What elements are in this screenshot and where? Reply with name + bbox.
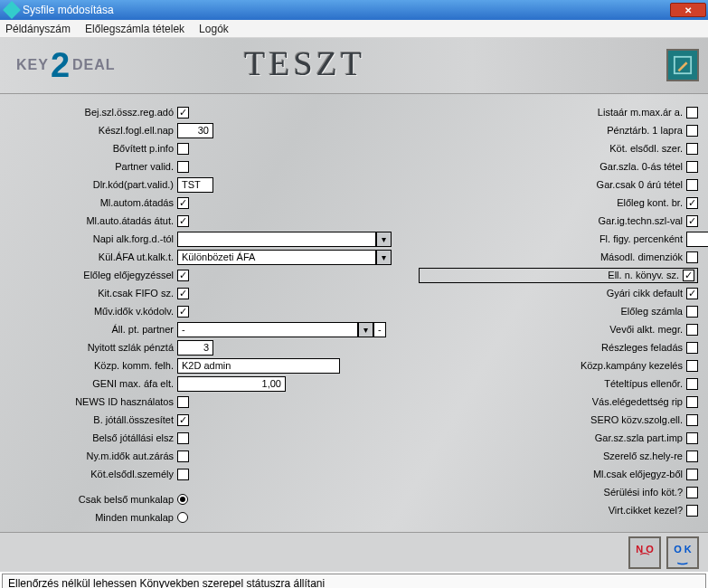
- text-input[interactable]: [686, 232, 708, 247]
- radio[interactable]: [177, 512, 188, 523]
- right-column: Listaár m.max.ár a.Pénztárb. 1 lapraKöt.…: [419, 103, 708, 526]
- form-row: Közp. komm. felh.: [18, 356, 392, 375]
- checkbox[interactable]: [686, 125, 698, 137]
- checkbox[interactable]: [177, 450, 189, 462]
- checkbox[interactable]: [686, 324, 698, 336]
- status-bar: Ellenőrzés nélkül lehessen Könyvekben sz…: [2, 574, 706, 588]
- form-row: Ell. n. könyv. sz.: [419, 266, 708, 284]
- field-control: [177, 396, 189, 408]
- menu-logok[interactable]: Logók: [199, 23, 229, 35]
- checkbox[interactable]: [686, 161, 698, 173]
- checkbox[interactable]: [177, 469, 189, 480]
- checkbox[interactable]: [686, 432, 698, 444]
- checkbox[interactable]: [177, 270, 189, 281]
- form-row: Csak belső munkalap: [18, 490, 392, 508]
- field-control: [686, 107, 698, 119]
- radio[interactable]: [177, 494, 188, 505]
- app-icon: [3, 1, 21, 19]
- checkbox[interactable]: [686, 288, 698, 299]
- field-label: Pénztárb. 1 lapra: [419, 125, 686, 136]
- field-control: ▾: [177, 232, 392, 247]
- checkbox[interactable]: [686, 469, 698, 480]
- field-label: Előleg kont. br.: [419, 197, 686, 208]
- checkbox[interactable]: [177, 288, 189, 299]
- logo-2: 2: [51, 52, 71, 79]
- dropdown-button[interactable]: ▾: [376, 232, 392, 247]
- no-button[interactable]: N O ⌒: [628, 536, 661, 569]
- menu-elolegszamla[interactable]: Előlegszámla tételek: [85, 23, 184, 35]
- checkbox[interactable]: [177, 396, 189, 408]
- checkbox[interactable]: [686, 342, 698, 354]
- form-row: Belső jótállási elsz: [18, 429, 392, 447]
- checkbox[interactable]: [686, 396, 698, 408]
- form-row: Műv.idők v.kódolv.: [18, 302, 392, 320]
- form-row: NEWS ID használatos: [18, 393, 392, 411]
- field-label: GENI max. áfa elt.: [18, 378, 177, 389]
- form-row: Gyári cikk default: [419, 284, 708, 302]
- text-input[interactable]: [177, 123, 213, 138]
- field-control: [177, 450, 189, 462]
- checkbox[interactable]: [683, 270, 694, 281]
- checkbox[interactable]: [177, 414, 189, 426]
- text-input[interactable]: [177, 358, 340, 374]
- field-label: Gar.csak 0 árú tétel: [419, 179, 686, 190]
- form-row: Részleges feladás: [419, 338, 708, 356]
- checkbox[interactable]: [686, 143, 698, 155]
- checkbox[interactable]: [686, 197, 698, 209]
- field-label: Dlr.kód(part.valid.): [18, 179, 177, 190]
- dropdown-input[interactable]: [177, 322, 358, 337]
- field-control: [177, 494, 188, 505]
- text-input[interactable]: [177, 177, 213, 193]
- field-label: Ml.auto.átadás átut.: [18, 215, 177, 226]
- form-row: Ny.m.idők aut.zárás: [18, 447, 392, 465]
- checkbox[interactable]: [686, 414, 698, 426]
- field-label: Közp. komm. felh.: [18, 360, 177, 371]
- form-row: Közp.kampány kezelés: [419, 356, 708, 375]
- checkbox[interactable]: [686, 360, 698, 372]
- dropdown-input[interactable]: [177, 250, 376, 265]
- ok-button[interactable]: O K ‿: [666, 536, 699, 569]
- checkbox[interactable]: [686, 505, 698, 517]
- checkbox[interactable]: [177, 107, 189, 119]
- form-row: Gar.sz.szla part.imp: [419, 429, 708, 447]
- frown-icon: ⌒: [639, 555, 650, 562]
- close-button[interactable]: ✕: [670, 3, 706, 17]
- checkbox[interactable]: [686, 107, 698, 119]
- dropdown-input[interactable]: [177, 232, 376, 247]
- checkbox[interactable]: [177, 432, 189, 444]
- menu-peldanyszam[interactable]: Példányszám: [5, 23, 71, 35]
- field-control: [686, 232, 708, 247]
- titlebar: Sysfile módosítása ✕: [0, 0, 708, 20]
- dropdown-button[interactable]: ▾: [376, 250, 392, 265]
- field-label: Áll. pt. partner: [18, 324, 177, 335]
- form-area: Bej.szl.össz.reg.adóKészl.fogl.ell.napBő…: [0, 94, 708, 532]
- checkbox[interactable]: [686, 179, 698, 191]
- field-control: [686, 360, 698, 372]
- suffix-input[interactable]: [373, 322, 386, 337]
- checkbox[interactable]: [686, 251, 698, 263]
- field-control: [177, 512, 188, 523]
- checkbox[interactable]: [177, 161, 189, 173]
- checkbox[interactable]: [177, 143, 189, 155]
- checkbox[interactable]: [177, 197, 189, 209]
- form-row: Pénztárb. 1 lapra: [419, 121, 708, 139]
- field-label: Bej.szl.össz.reg.adó: [18, 107, 177, 118]
- checkbox[interactable]: [686, 487, 698, 498]
- checkbox[interactable]: [177, 215, 189, 227]
- checkbox[interactable]: [686, 450, 698, 462]
- text-input[interactable]: [177, 340, 213, 356]
- field-control: [686, 251, 698, 263]
- dropdown-button[interactable]: ▾: [358, 322, 373, 337]
- checkbox[interactable]: [177, 306, 189, 318]
- checkbox[interactable]: [686, 306, 698, 318]
- checkbox[interactable]: [686, 378, 698, 390]
- field-label: Előleg előjegyzéssel: [18, 270, 177, 280]
- checkbox[interactable]: [686, 215, 698, 227]
- field-label: Nyitott szlák pénztá: [18, 342, 177, 353]
- text-input[interactable]: [177, 376, 286, 392]
- form-row: Virt.cikket kezel?: [419, 501, 708, 519]
- field-control: [686, 306, 698, 318]
- edit-button[interactable]: [666, 49, 699, 81]
- field-control: [686, 143, 698, 155]
- field-label: Köt. elsődl. szer.: [419, 143, 686, 154]
